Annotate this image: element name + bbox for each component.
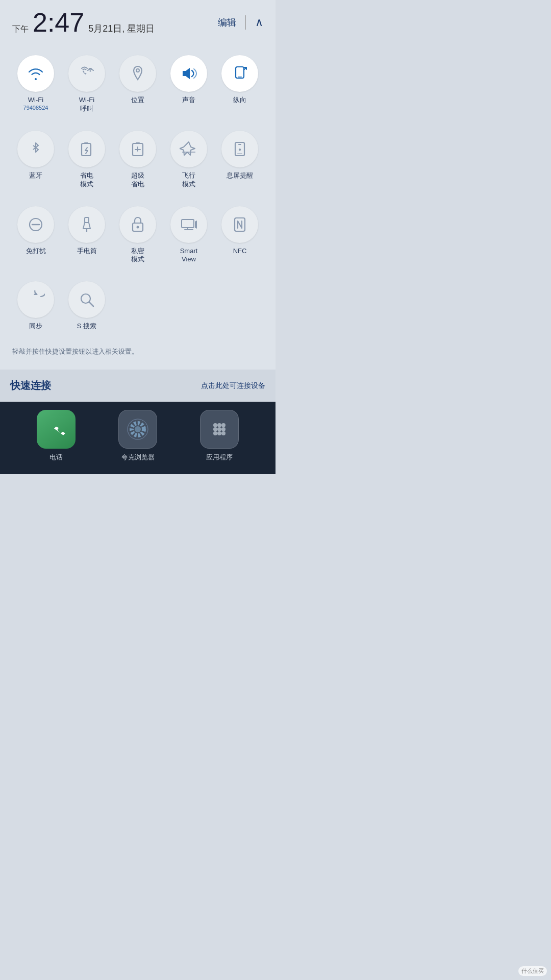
svg-rect-8 xyxy=(136,142,140,144)
qs-label-nfc: NFC xyxy=(233,247,247,256)
qs-label-sync: 同步 xyxy=(29,322,42,331)
qs-item-power-save[interactable]: 省电 模式 xyxy=(61,126,112,196)
qs-label-private: 私密 模式 xyxy=(131,247,144,264)
qs-item-smart-view[interactable]: Smart View xyxy=(163,201,214,272)
svg-point-27 xyxy=(221,423,226,427)
qs-sublabel-wifi: 79408524 xyxy=(23,105,48,111)
qs-item-location[interactable]: 位置 xyxy=(112,50,163,120)
edit-button[interactable]: 编辑 xyxy=(218,16,236,29)
qs-row-4: 同步S 搜索 xyxy=(10,276,265,338)
dock-icon-browser xyxy=(118,410,157,449)
qs-circle-flashlight xyxy=(68,206,105,243)
qs-hint: 轻敲并按住快捷设置按钮以进入相关设置。 xyxy=(10,343,265,364)
qs-row-3: 免打扰手电筒私密 模式Smart ViewNFC xyxy=(10,201,265,272)
qs-item-private[interactable]: 私密 模式 xyxy=(112,201,163,272)
qs-row-1: Wi-Fi79408524Wi-Fi 呼叫位置声音纵向 xyxy=(10,50,265,120)
qs-label-airplane: 飞行 模式 xyxy=(182,172,195,189)
svg-point-0 xyxy=(90,70,91,72)
qs-item-always-on[interactable]: ●息屏提醒 xyxy=(214,126,265,196)
qs-circle-nfc xyxy=(221,206,258,243)
svg-point-33 xyxy=(221,431,226,435)
svg-text:●: ● xyxy=(238,146,241,152)
dock-label-browser: 夸克浏览器 xyxy=(121,453,155,462)
qs-circle-wifi xyxy=(17,55,54,92)
svg-marker-19 xyxy=(34,292,38,295)
dock-icon-apps xyxy=(200,410,239,449)
svg-rect-13 xyxy=(85,217,89,223)
dock-item-phone[interactable]: 电话 xyxy=(37,410,76,462)
quick-connect-title: 快速连接 xyxy=(10,379,51,393)
qs-item-nfc[interactable]: NFC xyxy=(214,201,265,272)
qs-label-flashlight: 手电筒 xyxy=(77,247,97,256)
svg-point-26 xyxy=(217,423,221,427)
dock-label-apps: 应用程序 xyxy=(206,453,233,462)
qs-label-smart-view: Smart View xyxy=(180,247,198,264)
svg-point-31 xyxy=(213,431,217,435)
status-left: 下午 2:47 5月21日, 星期日 xyxy=(12,9,155,36)
svg-marker-2 xyxy=(183,68,190,79)
svg-point-16 xyxy=(137,226,139,228)
home-dock: 电话夸克浏览器 应用程序 xyxy=(0,402,276,474)
qs-circle-smart-view xyxy=(170,206,207,243)
svg-point-24 xyxy=(135,426,141,432)
svg-point-29 xyxy=(217,427,221,431)
svg-point-32 xyxy=(217,431,221,435)
status-ampm: 下午 xyxy=(12,24,29,35)
qs-label-always-on: 息屏提醒 xyxy=(227,172,253,180)
qs-circle-bluetooth xyxy=(17,131,54,167)
qs-label-location: 位置 xyxy=(131,96,144,105)
divider xyxy=(245,15,246,30)
qs-item-bluetooth[interactable]: 蓝牙 xyxy=(10,126,61,196)
dock-icon-phone xyxy=(37,410,76,449)
qs-row-2: 蓝牙省电 模式超级 省电飞行 模式●息屏提醒 xyxy=(10,126,265,196)
qs-circle-wifi-call xyxy=(68,55,105,92)
svg-rect-4 xyxy=(238,77,242,78)
qs-label-power-save: 省电 模式 xyxy=(80,172,93,189)
qs-label-portrait: 纵向 xyxy=(233,96,246,105)
svg-rect-10 xyxy=(237,153,242,154)
svg-point-30 xyxy=(221,427,226,431)
status-time: 2:47 xyxy=(33,9,84,36)
qs-item-s-search[interactable]: S 搜索 xyxy=(61,276,112,338)
svg-rect-17 xyxy=(182,219,194,228)
qs-circle-sound xyxy=(170,55,207,92)
qs-label-ultra-save: 超级 省电 xyxy=(131,172,144,189)
qs-circle-always-on: ● xyxy=(221,131,258,167)
collapse-button[interactable]: ∧ xyxy=(255,16,263,29)
qs-circle-portrait xyxy=(221,55,258,92)
dock-item-apps[interactable]: 应用程序 xyxy=(200,410,239,462)
qs-circle-s-search xyxy=(68,281,105,318)
qs-item-dnd[interactable]: 免打扰 xyxy=(10,201,61,272)
svg-point-25 xyxy=(213,423,217,427)
qs-label-sound: 声音 xyxy=(182,96,195,105)
quick-settings-panel: Wi-Fi79408524Wi-Fi 呼叫位置声音纵向 蓝牙省电 模式超级 省电… xyxy=(0,40,276,370)
dock-item-browser[interactable]: 夸克浏览器 xyxy=(118,410,157,462)
qs-circle-power-save xyxy=(68,131,105,167)
qs-label-bluetooth: 蓝牙 xyxy=(29,172,42,180)
dock-label-phone: 电话 xyxy=(49,453,63,462)
qs-item-sound[interactable]: 声音 xyxy=(163,50,214,120)
qs-item-flashlight[interactable]: 手电筒 xyxy=(61,201,112,272)
svg-point-28 xyxy=(213,427,217,431)
qs-label-wifi-call: Wi-Fi 呼叫 xyxy=(79,96,94,113)
qs-circle-dnd xyxy=(17,206,54,243)
qs-item-wifi-call[interactable]: Wi-Fi 呼叫 xyxy=(61,50,112,120)
qs-item-sync[interactable]: 同步 xyxy=(10,276,61,338)
quick-connect-bar[interactable]: 快速连接 点击此处可连接设备 xyxy=(0,370,276,402)
status-bar: 下午 2:47 5月21日, 星期日 编辑 ∧ xyxy=(0,0,276,40)
quick-connect-link[interactable]: 点击此处可连接设备 xyxy=(201,381,265,390)
qs-item-airplane[interactable]: 飞行 模式 xyxy=(163,126,214,196)
qs-label-wifi: Wi-Fi xyxy=(28,96,43,105)
status-date: 5月21日, 星期日 xyxy=(88,22,155,35)
svg-rect-6 xyxy=(84,142,88,144)
qs-item-wifi[interactable]: Wi-Fi79408524 xyxy=(10,50,61,120)
qs-item-portrait[interactable]: 纵向 xyxy=(214,50,265,120)
qs-circle-sync xyxy=(17,281,54,318)
svg-rect-3 xyxy=(236,67,244,78)
qs-circle-ultra-save xyxy=(119,131,156,167)
qs-circle-location xyxy=(119,55,156,92)
qs-label-s-search: S 搜索 xyxy=(77,322,96,331)
qs-item-ultra-save[interactable]: 超级 省电 xyxy=(112,126,163,196)
qs-circle-airplane xyxy=(170,131,207,167)
svg-point-1 xyxy=(136,69,139,72)
